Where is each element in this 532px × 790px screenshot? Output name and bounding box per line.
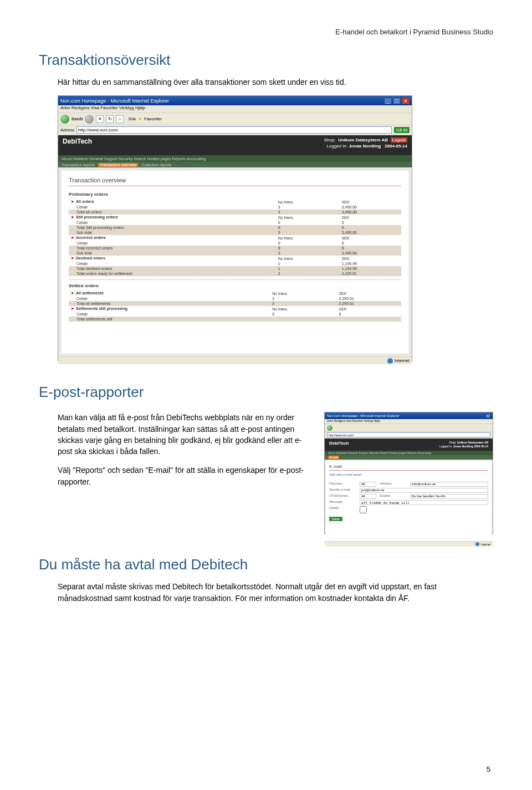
addr-label: Address (380, 482, 410, 487)
delete-checkbox[interactable] (360, 506, 367, 513)
row-cekab: Cekab (69, 205, 276, 210)
val: No trans. (270, 290, 336, 296)
val: 0 (276, 246, 340, 251)
decline-label: OK/Declined (329, 494, 360, 499)
val: 2 (276, 271, 340, 276)
val: 3,490.00 (340, 205, 401, 210)
login-date: 2004-05-14 (385, 144, 407, 149)
address-input[interactable] (76, 126, 392, 134)
val: 3 (276, 230, 340, 235)
settled-title: Settled orders (69, 283, 401, 288)
val: 3 (276, 210, 340, 215)
forward-icon (85, 115, 94, 124)
val: 0 (276, 220, 340, 225)
val: SEK (337, 306, 401, 312)
subnav-transaction-reports[interactable]: Transaction reports (62, 163, 95, 167)
payment-field[interactable]: All (360, 482, 376, 487)
val: 0 (270, 312, 336, 317)
ie-title: Non.com Homepage - Microsoft Internet Ex… (60, 98, 169, 104)
ie-menubar-sm: Arkiv Redigera Visa Favoriter Verktyg Hj… (325, 419, 493, 424)
val: 3 (276, 205, 340, 210)
row-cekab: Cekab (69, 241, 276, 246)
val: SEK (340, 235, 401, 241)
login-label: Logged in: (439, 445, 452, 448)
shop-name: Unikum Datasystem AB (338, 137, 388, 142)
val: 0 (340, 246, 401, 251)
fav-label: Favoriter (144, 116, 162, 121)
val: 0 (340, 241, 401, 246)
settled-table: ➤All settlementsNo trans.SEK Cekab22,295… (69, 290, 401, 322)
close-icon: × (485, 414, 490, 418)
val: 0 (340, 220, 401, 225)
val: 3,490.00 (340, 210, 401, 215)
address-input-sm[interactable] (327, 432, 490, 437)
maximize-icon: □ (393, 98, 401, 104)
go-button[interactable]: Gå till (394, 127, 410, 133)
val: 2,295.01 (337, 296, 401, 301)
save-button[interactable]: Save (329, 517, 342, 521)
row-total-sett-still: Total settlements still (69, 317, 270, 322)
subnav-email[interactable]: E-mail (328, 456, 339, 459)
payment-label: Payment (329, 482, 360, 487)
row-incorrect: Incorrect orders (76, 236, 106, 239)
internet-icon (475, 542, 479, 546)
ie-toolbar-sm (325, 424, 493, 432)
addr-field[interactable]: info@unikum.se (410, 482, 488, 487)
sender-label: Sender e-mail (329, 488, 360, 493)
row-cekab: Cekab (69, 220, 276, 225)
login-name: Jonas Nordling (349, 144, 381, 149)
row-total-ready: Total orders ready for settlement (69, 271, 276, 276)
val: 0 (276, 241, 340, 246)
logout-button[interactable]: Logout (391, 137, 407, 142)
val: 2 (270, 301, 336, 306)
address-label: Adress (60, 128, 74, 132)
row-all-orders: All orders (76, 200, 94, 203)
val: No trans. (276, 256, 340, 261)
message-field[interactable]: att trodde du kunde vill (360, 500, 488, 505)
login-name: Jonas Nordling (453, 445, 473, 448)
search-label: Sök (128, 116, 136, 121)
row-still-proc: Still processing orders (76, 215, 118, 219)
val: No trans. (276, 215, 340, 220)
row-total-all: Total all orders (69, 210, 276, 215)
row-sett-proc: Settlements still processing (76, 307, 127, 310)
debitech-subnav: Transaction reports Transaction overview… (58, 162, 412, 167)
subject-label: Subject (380, 494, 410, 499)
refresh-icon: ↻ (106, 115, 114, 123)
status-internet: Internet (481, 543, 490, 546)
back-label: Bakåt (71, 116, 83, 121)
row-cekab: Cekab (69, 261, 276, 266)
row-total-all-sett: Total all settlements (69, 301, 270, 306)
overview-content: Transaction overview Preliminary orders … (60, 170, 410, 354)
ie-statusbar: Internet (58, 356, 412, 364)
val: 1 (276, 261, 340, 266)
login-date: 2004-05-14 (474, 445, 488, 448)
decline-field[interactable]: All (360, 494, 376, 499)
section-avtal-body: Separat avtal måste skrivas med Debitech… (58, 581, 493, 604)
val: SEK (340, 215, 401, 220)
shop-label: Shop: (449, 441, 456, 444)
screenshot-email-settings: Non.com Homepage - Microsoft Internet Ex… (324, 412, 493, 534)
val: SEK (337, 290, 401, 296)
row-cekab: Cekab (69, 296, 270, 301)
val: 0 (276, 225, 340, 230)
val: 1 (276, 266, 340, 271)
section-transaktion-title: Transaktionsöversikt (39, 52, 493, 69)
subject-field[interactable]: Du har handlat i fia AN. (410, 494, 488, 499)
val: 0 (340, 225, 401, 230)
home-icon: ⌂ (116, 115, 124, 123)
close-icon: × (402, 98, 410, 104)
subnav-transaction-overview[interactable]: Transaction overview (98, 163, 138, 167)
epost-p1: Man kan välja att få e-post från DebiTec… (58, 412, 312, 457)
page-header: E-handel och betalkort i Pyramid Busines… (39, 28, 493, 36)
overview-title: Transaction overview (69, 177, 401, 184)
val: 0 (337, 312, 401, 317)
section-avtal-title: Du måste ha avtal med Debitech (39, 556, 493, 573)
debitech-header-sm: DebiTech Shop: Unikum Datasystem AB Logg… (325, 439, 493, 451)
debitech-nav: About Debitech General Support Security … (58, 155, 412, 162)
val: 3 (276, 251, 340, 256)
subnav-collection-reports[interactable]: Collection reports (141, 163, 171, 167)
sender-field[interactable]: jon@unikum.se (360, 488, 488, 493)
status-internet: Internet (395, 358, 410, 363)
back-icon (327, 425, 332, 431)
